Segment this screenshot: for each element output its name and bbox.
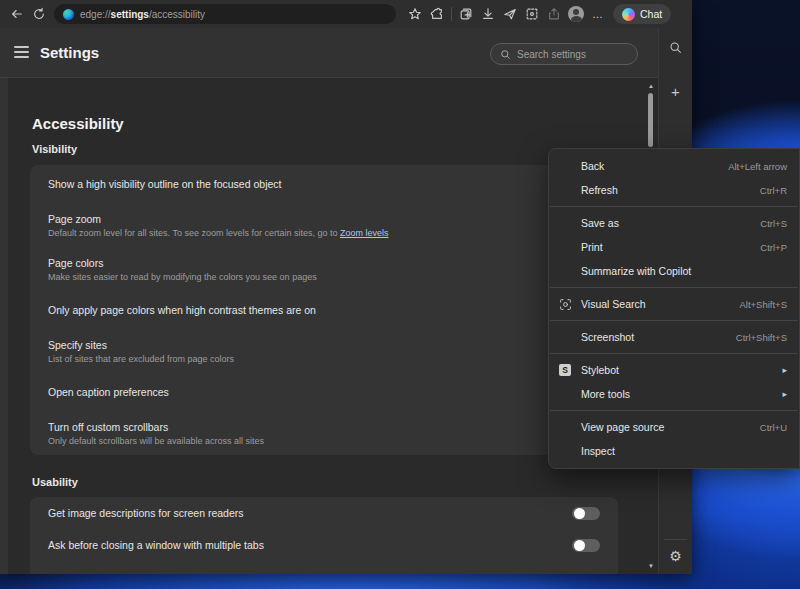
- menu-separator: [550, 287, 798, 288]
- extensions-button[interactable]: [426, 3, 448, 25]
- settings-row[interactable]: Page colors Make sites easier to read by…: [30, 247, 618, 291]
- profile-button[interactable]: [565, 3, 587, 25]
- more-options-button[interactable]: …: [587, 3, 609, 25]
- menu-item-shortcut: Ctrl+S: [760, 218, 787, 229]
- settings-row[interactable]: Ask before closing a window with multipl…: [30, 529, 618, 561]
- usability-heading: Usability: [32, 476, 78, 488]
- scrollbar-up-arrow[interactable]: ▲: [644, 82, 658, 90]
- url-host: settings: [111, 9, 149, 20]
- menu-item-label: Summarize with Copilot: [581, 265, 691, 277]
- favorites-button[interactable]: [404, 3, 426, 25]
- row-description: List of sites that are excluded from pag…: [48, 354, 600, 364]
- address-bar[interactable]: edge://settings/accessibility: [54, 4, 396, 24]
- share-button[interactable]: [543, 3, 565, 25]
- row-label: Page colors: [48, 257, 600, 269]
- web-capture-button[interactable]: [521, 3, 543, 25]
- menu-item-shortcut: Alt+Left arrow: [728, 161, 787, 172]
- refresh-icon: [32, 7, 46, 21]
- url-text: edge://settings/accessibility: [80, 9, 205, 20]
- menu-item-label: View page source: [581, 421, 664, 433]
- refresh-button[interactable]: [28, 3, 50, 25]
- menu-item-inspect[interactable]: Inspect: [549, 439, 799, 463]
- menu-item-print[interactable]: Print Ctrl+P: [549, 235, 799, 259]
- settings-header: Settings: [0, 28, 658, 78]
- row-label: Only apply page colors when high contras…: [48, 304, 600, 316]
- menu-item-visual-search[interactable]: Visual Search Alt+Shift+S: [549, 292, 799, 316]
- menu-item-label: Print: [581, 241, 603, 253]
- hamburger-icon: [14, 46, 29, 48]
- menu-item-screenshot[interactable]: Screenshot Ctrl+Shift+S: [549, 325, 799, 349]
- scrollbar-down-arrow[interactable]: ▼: [644, 562, 658, 570]
- edge-logo-icon: [63, 9, 74, 20]
- ellipsis-icon: …: [592, 8, 604, 20]
- menu-item-shortcut: Ctrl+U: [760, 422, 787, 433]
- settings-search-box[interactable]: [490, 43, 638, 65]
- web-capture-icon: [525, 7, 539, 21]
- settings-row[interactable]: Open caption preferences: [30, 373, 618, 411]
- row-description: Make sites easier to read by modifying t…: [48, 272, 600, 282]
- url-path: /accessibility: [149, 9, 205, 20]
- search-icon: [500, 49, 511, 60]
- search-icon: [669, 41, 682, 54]
- extensions-puzzle-icon: [430, 7, 444, 21]
- row-label: Page zoom: [48, 213, 600, 225]
- collections-button[interactable]: [455, 3, 477, 25]
- menu-separator: [550, 410, 798, 411]
- sidebar-search-button[interactable]: [659, 34, 692, 60]
- zoom-levels-link[interactable]: Zoom levels: [340, 228, 389, 238]
- row-description: Only default scrollbars will be availabl…: [48, 436, 600, 446]
- context-menu: Back Alt+Left arrow Refresh Ctrl+R Save …: [548, 148, 800, 469]
- menu-item-save-as[interactable]: Save as Ctrl+S: [549, 211, 799, 235]
- ask-before-closing-toggle[interactable]: [572, 539, 600, 552]
- copilot-chat-button[interactable]: Chat: [613, 4, 671, 24]
- menu-separator: [550, 206, 798, 207]
- scrollbar-thumb[interactable]: [648, 93, 653, 147]
- image-descriptions-toggle[interactable]: [572, 507, 600, 520]
- collections-icon: [459, 7, 473, 21]
- settings-row[interactable]: Specify sites List of sites that are exc…: [30, 329, 618, 373]
- submenu-arrow-icon: ▸: [782, 389, 787, 399]
- paper-plane-icon: [503, 7, 517, 21]
- star-icon: [408, 7, 422, 21]
- menu-item-view-page-source[interactable]: View page source Ctrl+U: [549, 415, 799, 439]
- download-icon: [481, 7, 495, 21]
- menu-item-more-tools[interactable]: More tools ▸: [549, 382, 799, 406]
- menu-item-shortcut: Ctrl+R: [760, 185, 787, 196]
- menu-item-stylebot[interactable]: S Stylebot ▸: [549, 358, 799, 382]
- menu-item-refresh[interactable]: Refresh Ctrl+R: [549, 178, 799, 202]
- back-button[interactable]: [6, 3, 28, 25]
- row-description: Default zoom level for all sites. To see…: [48, 228, 600, 238]
- stylebot-icon: S: [559, 364, 571, 376]
- menu-item-shortcut: Alt+Shift+S: [739, 299, 787, 310]
- visibility-heading: Visibility: [32, 143, 77, 155]
- plus-icon: +: [671, 83, 680, 100]
- usability-card: Get image descriptions for screen reader…: [30, 497, 618, 574]
- row-label: Turn off custom scrollbars: [48, 421, 600, 433]
- url-prefix: edge://: [80, 9, 111, 20]
- sidebar-add-button[interactable]: +: [659, 78, 692, 104]
- toggle-knob: [574, 540, 585, 551]
- menu-item-label: Refresh: [581, 184, 618, 196]
- submenu-arrow-icon: ▸: [782, 365, 787, 375]
- menu-item-shortcut: Ctrl+Shift+S: [736, 332, 787, 343]
- settings-row[interactable]: Show a high visibility outline on the fo…: [30, 165, 618, 203]
- settings-row[interactable]: Page zoom Default zoom level for all sit…: [30, 203, 618, 247]
- row-label: Open caption preferences: [48, 386, 600, 398]
- menu-item-summarize-with-copilot[interactable]: Summarize with Copilot: [549, 259, 799, 283]
- menu-separator: [550, 320, 798, 321]
- menu-item-label: Save as: [581, 217, 619, 229]
- browser-toolbar: edge://settings/accessibility: [0, 0, 692, 28]
- menu-item-label: Visual Search: [581, 298, 646, 310]
- settings-row[interactable]: Only apply page colors when high contras…: [30, 291, 618, 329]
- toolbar-divider: [451, 7, 452, 21]
- sidebar-separator: [664, 539, 687, 540]
- downloads-button[interactable]: [477, 3, 499, 25]
- settings-menu-button[interactable]: [14, 46, 29, 59]
- settings-row[interactable]: Get image descriptions for screen reader…: [30, 497, 618, 529]
- send-to-devices-button[interactable]: [499, 3, 521, 25]
- nav-drawer-edge: [0, 78, 8, 574]
- menu-item-back[interactable]: Back Alt+Left arrow: [549, 154, 799, 178]
- settings-row[interactable]: Turn off custom scrollbars Only default …: [30, 411, 618, 455]
- settings-search-input[interactable]: [517, 49, 628, 60]
- sidebar-settings-button[interactable]: ⚙: [659, 543, 692, 569]
